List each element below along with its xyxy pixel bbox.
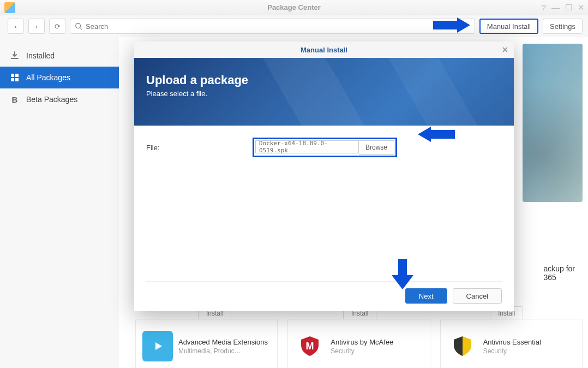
maximize-icon[interactable]: ☐ — [565, 3, 572, 13]
sidebar-item-label: All Packages — [26, 73, 70, 82]
package-card[interactable]: Advanced Media Extensions Multimedia, Pr… — [135, 319, 278, 368]
dialog-footer: Next Cancel — [405, 288, 502, 304]
refresh-button[interactable]: ⟳ — [49, 19, 65, 34]
package-title: Advanced Media Extensions — [178, 338, 268, 346]
package-title: Antivirus by McAfee — [331, 338, 393, 346]
svg-marker-10 — [392, 259, 413, 289]
cancel-button[interactable]: Cancel — [453, 288, 502, 304]
annotation-arrow-icon — [433, 17, 470, 33]
file-path-input[interactable]: Docker-x64-18.09.0-0519.spk — [255, 140, 359, 153]
nav-back-button[interactable]: ‹ — [8, 19, 24, 34]
search-icon — [75, 22, 82, 30]
package-icon — [447, 331, 478, 361]
svg-rect-3 — [15, 74, 19, 77]
sidebar-item-installed[interactable]: Installed — [0, 45, 119, 67]
window-controls: ? — ☐ ✕ — [542, 3, 585, 13]
dialog-titlebar: Manual Install ✕ — [134, 41, 514, 58]
dialog-separator — [146, 281, 502, 282]
dialog-heading: Upload a package — [146, 73, 502, 87]
package-title: Antivirus Essential — [483, 338, 541, 346]
settings-button[interactable]: Settings — [543, 19, 583, 34]
package-subtitle: Security — [331, 347, 393, 355]
browse-button[interactable]: Browse — [359, 140, 394, 155]
manual-install-dialog: Manual Install ✕ Upload a package Please… — [134, 41, 514, 311]
banner-text-fragment: ackup for 365 — [543, 264, 575, 282]
dialog-title: Manual Install — [301, 46, 347, 54]
toolbar: ‹ › ⟳ Manual Install Settings — [0, 15, 588, 37]
dialog-close-button[interactable]: ✕ — [502, 45, 508, 54]
package-card[interactable]: M Antivirus by McAfee Security — [287, 319, 430, 368]
svg-line-1 — [80, 28, 82, 30]
nav-forward-button[interactable]: › — [28, 19, 45, 34]
sidebar-item-all-packages[interactable]: All Packages — [0, 67, 119, 88]
svg-rect-5 — [15, 78, 19, 81]
manual-install-button[interactable]: Manual Install — [479, 19, 538, 34]
banner-image — [523, 44, 583, 202]
package-subtitle: Multimedia, Produc… — [178, 347, 268, 355]
window-titlebar: Package Center ? — ☐ ✕ — [0, 0, 588, 15]
sidebar-item-label: Installed — [26, 51, 55, 60]
svg-marker-8 — [433, 17, 470, 33]
next-button[interactable]: Next — [405, 288, 447, 304]
dialog-header: Upload a package Please select a file. — [134, 58, 514, 126]
sidebar-item-beta-packages[interactable]: B Beta Packages — [0, 88, 119, 110]
close-icon[interactable]: ✕ — [578, 3, 585, 13]
svg-rect-2 — [11, 74, 14, 77]
search-field[interactable] — [70, 19, 475, 34]
grid-icon — [10, 73, 20, 82]
file-input-group: Docker-x64-18.09.0-0519.spk Browse — [253, 138, 397, 157]
minimize-icon[interactable]: — — [551, 3, 560, 13]
dialog-body: File: Docker-x64-18.09.0-0519.spk Browse — [134, 126, 514, 169]
package-card[interactable]: Antivirus Essential Security — [440, 319, 583, 368]
window-title: Package Center — [0, 3, 588, 11]
sidebar: Installed All Packages B Beta Packages — [0, 37, 119, 368]
package-cards-row: Advanced Media Extensions Multimedia, Pr… — [135, 319, 583, 368]
file-label: File: — [146, 144, 253, 152]
annotation-arrow-icon — [392, 259, 413, 289]
annotation-arrow-icon — [418, 127, 455, 142]
sidebar-item-label: Beta Packages — [26, 95, 77, 104]
svg-point-0 — [76, 23, 81, 28]
help-icon[interactable]: ? — [542, 3, 546, 13]
download-icon — [10, 51, 20, 61]
package-icon — [142, 331, 173, 361]
dialog-subheading: Please select a file. — [146, 90, 502, 98]
package-icon: M — [295, 331, 325, 361]
svg-text:M: M — [306, 341, 314, 352]
svg-rect-4 — [11, 78, 14, 81]
package-subtitle: Security — [483, 347, 541, 355]
svg-marker-9 — [418, 127, 455, 142]
svg-marker-6 — [155, 342, 162, 350]
beta-icon: B — [10, 94, 20, 104]
search-input[interactable] — [86, 22, 470, 31]
